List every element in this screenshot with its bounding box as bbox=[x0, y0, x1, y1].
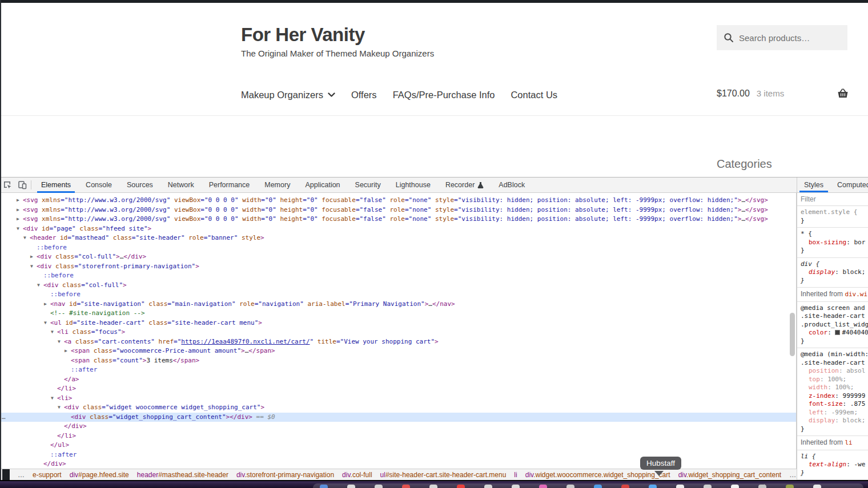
expand-arrow-icon[interactable]: ▶ bbox=[44, 300, 50, 309]
expand-arrow-icon[interactable]: ▶ bbox=[17, 205, 23, 215]
dom-node[interactable]: </li> bbox=[0, 384, 796, 394]
dock-icon[interactable] bbox=[512, 485, 520, 488]
dom-node[interactable]: ▼<a class="cart-contents" href="https://… bbox=[0, 337, 796, 347]
dom-node[interactable]: </a> bbox=[0, 375, 796, 385]
dock-icon[interactable] bbox=[758, 485, 766, 488]
breadcrumb-overflow[interactable]: … bbox=[789, 471, 796, 479]
dock-icon[interactable] bbox=[539, 485, 547, 488]
elements-scrollbar[interactable] bbox=[790, 313, 795, 356]
dock-icon[interactable] bbox=[813, 485, 821, 488]
styles-filter-input[interactable] bbox=[801, 195, 865, 203]
breadcrumb-overflow[interactable]: … bbox=[18, 471, 25, 479]
tab-memory[interactable]: Memory bbox=[257, 178, 298, 193]
dom-node[interactable]: ▶<nav id="site-navigation" class="main-n… bbox=[0, 300, 796, 309]
expand-arrow-icon[interactable]: ▶ bbox=[17, 196, 23, 205]
nav-item-offers[interactable]: Offers bbox=[351, 90, 377, 100]
nav-item-makeup-organizers[interactable]: Makeup Organizers bbox=[241, 90, 335, 100]
dock-icon[interactable] bbox=[457, 485, 465, 488]
breadcrumb-item[interactable]: header#masthead.site-header bbox=[137, 471, 228, 479]
tab-performance[interactable]: Performance bbox=[202, 178, 258, 193]
dock-icon[interactable] bbox=[704, 485, 712, 488]
tab-security[interactable]: Security bbox=[348, 178, 388, 193]
expand-arrow-icon[interactable]: ▶ bbox=[17, 215, 23, 224]
breadcrumb-item[interactable]: div.widget.woocommerce.widget_shopping_c… bbox=[525, 471, 670, 479]
color-swatch[interactable] bbox=[835, 330, 840, 335]
dock-icon[interactable] bbox=[731, 485, 739, 488]
expand-arrow-icon[interactable]: ▼ bbox=[44, 318, 50, 328]
tab-application[interactable]: Application bbox=[298, 178, 347, 193]
expand-arrow-icon[interactable]: ▼ bbox=[58, 337, 64, 347]
dom-node[interactable]: <!-- #site-navigation --> bbox=[0, 309, 796, 318]
dom-node[interactable]: <span class="count">3 items</span> bbox=[0, 356, 796, 366]
tab-adblock[interactable]: AdBlock bbox=[491, 178, 532, 193]
css-property[interactable]: left: -999em; bbox=[801, 409, 867, 417]
dock-icon[interactable] bbox=[621, 485, 629, 488]
dom-node[interactable]: </div> bbox=[0, 422, 796, 431]
dock-icon[interactable] bbox=[594, 485, 602, 488]
tab-console[interactable]: Console bbox=[78, 178, 119, 193]
dom-node[interactable]: </li> bbox=[0, 431, 796, 441]
inherited-node-link[interactable]: div.wi bbox=[845, 291, 867, 298]
breadcrumb-item-current[interactable]: div.widget_shopping_cart_content bbox=[678, 471, 782, 479]
breadcrumb-item[interactable]: li bbox=[514, 471, 517, 479]
css-property[interactable]: top: 100%; bbox=[801, 376, 867, 384]
css-property[interactable]: position: absol bbox=[801, 367, 867, 376]
dock-icon[interactable] bbox=[429, 485, 437, 488]
expand-arrow-icon[interactable]: ▶ bbox=[65, 346, 71, 356]
expand-arrow-icon[interactable]: ▼ bbox=[58, 403, 64, 413]
search-box[interactable] bbox=[717, 25, 847, 50]
css-property[interactable]: display: block; bbox=[801, 417, 867, 425]
search-input[interactable] bbox=[739, 33, 841, 43]
dom-node[interactable]: ▶<svg xmlns="http://www.w3.org/2000/svg"… bbox=[0, 196, 796, 205]
dock-icon[interactable] bbox=[676, 485, 684, 488]
device-toolbar-icon[interactable] bbox=[15, 178, 30, 192]
cart-summary[interactable]: $170.00 3 items bbox=[717, 88, 784, 99]
dom-node[interactable]: ▼<div id="page" class="hfeed site"> bbox=[0, 224, 796, 234]
dock-icon[interactable] bbox=[649, 485, 657, 488]
dom-node-selected[interactable]: …<div class="widget_shopping_cart_conten… bbox=[0, 413, 796, 422]
dock-icon[interactable] bbox=[320, 485, 328, 488]
styles-tab-computed[interactable]: Computed bbox=[830, 178, 868, 192]
dom-node[interactable]: ▼<ul id="site-header-cart" class="site-h… bbox=[0, 318, 796, 328]
nav-item-contact-us[interactable]: Contact Us bbox=[511, 90, 557, 100]
css-property[interactable]: width: 100%; bbox=[801, 384, 867, 392]
css-property[interactable]: display: block; bbox=[801, 268, 867, 277]
expand-arrow-icon[interactable]: ▼ bbox=[30, 262, 37, 272]
css-property[interactable]: font-size: .875 bbox=[801, 400, 867, 409]
breadcrumb-item[interactable]: div.col-full bbox=[342, 471, 372, 479]
dom-node[interactable]: ▼<header id="masthead" class="site-heade… bbox=[0, 233, 796, 243]
breadcrumb-item[interactable]: e-support bbox=[33, 471, 62, 479]
expand-arrow-icon[interactable]: ▼ bbox=[37, 281, 43, 291]
css-property[interactable]: color: #404040 bbox=[801, 329, 867, 337]
expand-arrow-icon[interactable]: ▼ bbox=[51, 328, 57, 337]
dom-node[interactable]: ▶<svg xmlns="http://www.w3.org/2000/svg"… bbox=[0, 215, 796, 224]
dock-icon[interactable] bbox=[484, 485, 492, 488]
nav-item-faqs-pre-purchase-info[interactable]: FAQs/Pre-Purchase Info bbox=[393, 90, 495, 100]
tab-network[interactable]: Network bbox=[160, 178, 202, 193]
breadcrumb-item[interactable]: div#page.hfeed.site bbox=[70, 471, 129, 479]
tab-sources[interactable]: Sources bbox=[119, 178, 160, 193]
expand-arrow-icon[interactable]: ▼ bbox=[17, 224, 23, 234]
site-title[interactable]: For Her Vanity bbox=[241, 24, 365, 46]
dom-node[interactable]: ::before bbox=[0, 243, 796, 253]
styles-tab-styles[interactable]: Styles bbox=[797, 178, 830, 192]
dom-node[interactable]: ▼<div class="storefront-primary-navigati… bbox=[0, 262, 796, 272]
dom-node[interactable]: ▼<li class="focus"> bbox=[0, 328, 796, 337]
tab-elements[interactable]: Elements bbox=[34, 178, 78, 193]
inspect-element-icon[interactable] bbox=[0, 178, 15, 192]
dom-node[interactable]: </ul> bbox=[0, 441, 796, 450]
dom-node[interactable]: ::after bbox=[0, 365, 796, 375]
tab-recorder[interactable]: Recorder bbox=[438, 178, 491, 193]
breadcrumb-item[interactable]: ul#site-header-cart.site-header-cart.men… bbox=[380, 471, 507, 479]
css-property[interactable]: z-index: 999999 bbox=[801, 392, 867, 401]
dom-node[interactable]: ▶<svg xmlns="http://www.w3.org/2000/svg"… bbox=[0, 205, 796, 215]
basket-icon[interactable] bbox=[837, 88, 849, 101]
expand-arrow-icon[interactable]: ▼ bbox=[51, 394, 57, 404]
css-property[interactable]: box-sizing: bor bbox=[801, 239, 867, 247]
inherited-node-link[interactable]: li bbox=[845, 439, 852, 446]
dock-icon[interactable] bbox=[347, 485, 355, 488]
dom-node[interactable]: ▶<div class="col-full">…</div> bbox=[0, 252, 796, 262]
dom-node[interactable]: ▶<span class="woocommerce-Price-amount a… bbox=[0, 346, 796, 356]
expand-arrow-icon[interactable]: ▶ bbox=[30, 252, 37, 262]
dock-icon[interactable] bbox=[375, 485, 383, 488]
